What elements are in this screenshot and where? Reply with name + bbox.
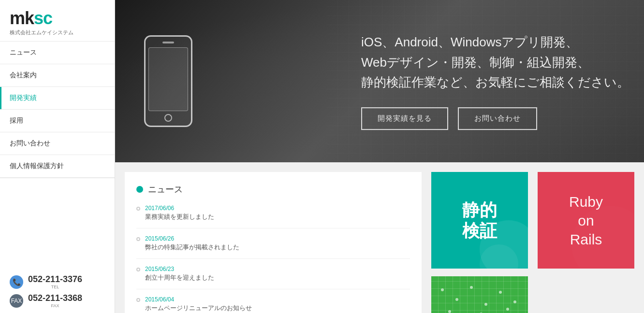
logo-mk: mk	[10, 8, 34, 28]
portfolio-button[interactable]: 開発実績を見る	[361, 107, 448, 130]
hero-headline: iOS、Android、Windowsアプリ開発、 Webデザイン・開発、制御・…	[361, 32, 629, 93]
phone-speaker	[162, 42, 174, 43]
news-item: 2015/06/23 創立十周年を迎えました	[136, 266, 410, 289]
news-text: 業務実績を更新しました	[145, 213, 410, 221]
company-name: 株式会社エムケイシステム	[10, 29, 105, 36]
sidebar-item-news[interactable]: ニュース	[0, 42, 115, 64]
sidebar-link-portfolio[interactable]: 開発実績	[0, 87, 115, 109]
hero-text-block: iOS、Android、Windowsアプリ開発、 Webデザイン・開発、制御・…	[361, 32, 629, 130]
news-card: ニュース 2017/06/06 業務実績を更新しました 2015/06/26 弊…	[125, 172, 422, 313]
sidebar-item-privacy[interactable]: 個人情報保護方針	[0, 155, 115, 178]
news-date: 2015/06/23	[145, 266, 410, 272]
news-list: 2017/06/06 業務実績を更新しました 2015/06/26 弊社の特集記…	[136, 205, 410, 313]
circuit-dot	[455, 298, 458, 301]
main-content: iOS、Android、Windowsアプリ開発、 Webデザイン・開発、制御・…	[115, 0, 644, 313]
circuit-dot	[513, 300, 516, 303]
contact-button[interactable]: お問い合わせ	[458, 107, 537, 130]
news-text: 創立十周年を迎えました	[145, 273, 410, 282]
tile-label-seitekikensho: 静的検証	[462, 199, 497, 241]
phone-icon: 📞	[10, 275, 23, 289]
hero-section: iOS、Android、Windowsアプリ開発、 Webデザイン・開発、制御・…	[115, 0, 644, 162]
tel-number: 052-211-3376	[28, 274, 82, 285]
circuit-dot	[470, 286, 473, 289]
fax-label: FAX	[28, 303, 82, 308]
sidebar-link-about[interactable]: 会社案内	[0, 64, 115, 86]
logo-area: mksc 株式会社エムケイシステム	[0, 0, 115, 42]
sidebar-item-about[interactable]: 会社案内	[0, 64, 115, 87]
tile-circuit[interactable]	[431, 276, 528, 313]
news-date: 2015/06/26	[145, 235, 410, 242]
news-text: ホームページリニューアルのお知らせ	[145, 304, 410, 313]
news-item-content: 2015/06/23 創立十周年を迎えました	[145, 266, 410, 282]
news-dot-icon	[136, 186, 143, 193]
circuit-dot	[448, 310, 451, 313]
circuit-dot	[506, 308, 509, 311]
news-item-content: 2017/06/06 業務実績を更新しました	[145, 205, 410, 221]
tiles-column-2: RubyonRails	[538, 172, 634, 313]
tel-row: 📞 052-211-3376 TEL	[10, 274, 105, 289]
fax-icon: FAX	[10, 294, 23, 308]
news-item: 2015/06/04 ホームページリニューアルのお知らせ	[136, 296, 410, 313]
tel-block: 052-211-3376 TEL	[28, 274, 82, 289]
sidebar-link-privacy[interactable]: 個人情報保護方針	[0, 155, 115, 177]
news-text: 弊社の特集記事が掲載されました	[145, 243, 410, 252]
logo-sc: sc	[34, 8, 52, 28]
hero-buttons: 開発実績を見る お問い合わせ	[361, 107, 629, 130]
sidebar-link-recruit[interactable]: 採用	[0, 110, 115, 132]
news-bullet-icon	[136, 298, 140, 302]
phone-screen	[148, 47, 188, 111]
sidebar-item-recruit[interactable]: 採用	[0, 110, 115, 132]
tiles-column-1: 静的検証	[431, 172, 528, 313]
sidebar-item-portfolio[interactable]: 開発実績	[0, 87, 115, 110]
contact-info: 📞 052-211-3376 TEL FAX 052-211-3368 FAX …	[0, 265, 115, 313]
phone-body	[144, 35, 192, 127]
sidebar-item-contact[interactable]: お問い合わせ	[0, 132, 115, 155]
phone-illustration	[144, 35, 192, 127]
news-header: ニュース	[136, 184, 410, 195]
news-item-content: 2015/06/26 弊社の特集記事が掲載されました	[145, 235, 410, 252]
news-bullet-icon	[136, 207, 140, 211]
logo: mksc	[10, 10, 105, 27]
circuit-dots	[431, 276, 528, 313]
tel-label: TEL	[28, 285, 82, 289]
fax-block: 052-211-3368 FAX	[28, 293, 82, 308]
news-item: 2017/06/06 業務実績を更新しました	[136, 205, 410, 228]
tile-seitekikensho[interactable]: 静的検証	[431, 172, 528, 269]
lower-section: ニュース 2017/06/06 業務実績を更新しました 2015/06/26 弊…	[115, 162, 644, 313]
news-bullet-icon	[136, 237, 140, 241]
fax-row: FAX 052-211-3368 FAX	[10, 293, 105, 308]
tile-ruby-on-rails[interactable]: RubyonRails	[538, 172, 634, 269]
circuit-dot	[499, 291, 502, 294]
sidebar: mksc 株式会社エムケイシステム ニュース 会社案内 開発実績 採用 お問い合…	[0, 0, 115, 313]
phone-home-button	[164, 114, 172, 122]
nav-menu: ニュース 会社案内 開発実績 採用 お問い合わせ 個人情報保護方針	[0, 42, 115, 178]
news-section-title: ニュース	[148, 184, 183, 195]
fax-number: 052-211-3368	[28, 293, 82, 303]
news-date: 2015/06/04	[145, 296, 410, 303]
news-date: 2017/06/06	[145, 205, 410, 212]
news-item: 2015/06/26 弊社の特集記事が掲載されました	[136, 235, 410, 259]
tile-label-ruby-on-rails: RubyonRails	[569, 192, 603, 249]
sidebar-link-contact[interactable]: お問い合わせ	[0, 132, 115, 155]
circuit-dot	[484, 303, 487, 306]
circuit-dot	[441, 288, 444, 291]
news-bullet-icon	[136, 268, 140, 271]
news-item-content: 2015/06/04 ホームページリニューアルのお知らせ	[145, 296, 410, 313]
sidebar-link-news[interactable]: ニュース	[0, 42, 115, 64]
